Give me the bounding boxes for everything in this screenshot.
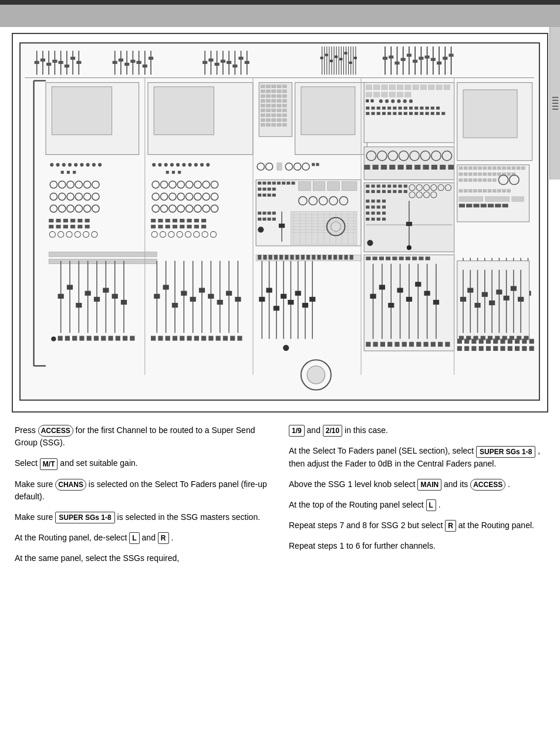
- svg-rect-461: [488, 204, 494, 207]
- svg-rect-505: [529, 346, 534, 351]
- svg-point-369: [379, 99, 383, 103]
- svg-rect-661: [258, 212, 261, 215]
- svg-point-107: [92, 163, 96, 167]
- svg-rect-131: [56, 219, 60, 222]
- svg-rect-576: [373, 256, 377, 260]
- svg-rect-271: [223, 336, 228, 340]
- svg-rect-506: [364, 147, 454, 180]
- svg-rect-602: [373, 342, 378, 347]
- svg-rect-364: [389, 92, 395, 97]
- svg-rect-292: [272, 99, 276, 102]
- svg-rect-297: [272, 104, 276, 107]
- svg-rect-401: [431, 112, 434, 115]
- svg-rect-527: [366, 185, 369, 188]
- svg-rect-222: [187, 219, 191, 222]
- text-after-main: .: [505, 479, 510, 489]
- main-key: MAIN: [417, 479, 441, 491]
- svg-rect-165: [121, 300, 127, 305]
- svg-rect-449: [488, 190, 491, 192]
- svg-rect-665: [258, 218, 261, 221]
- svg-rect-30: [149, 57, 153, 60]
- svg-rect-366: [405, 92, 411, 97]
- svg-rect-593: [370, 294, 376, 299]
- svg-rect-395: [399, 112, 402, 115]
- svg-rect-429: [497, 173, 501, 175]
- svg-rect-169: [72, 336, 77, 340]
- svg-rect-568: [371, 218, 375, 221]
- svg-rect-409: [468, 167, 472, 170]
- svg-rect-83: [389, 56, 393, 59]
- svg-rect-354: [397, 85, 403, 90]
- svg-rect-324: [277, 163, 282, 170]
- svg-rect-69: [354, 57, 357, 59]
- svg-rect-68: [349, 62, 352, 64]
- svg-rect-524: [440, 165, 446, 170]
- svg-rect-457: [459, 204, 465, 207]
- svg-rect-85: [401, 58, 406, 61]
- svg-rect-341: [281, 294, 286, 299]
- svg-rect-435: [468, 178, 472, 181]
- svg-rect-422: [464, 173, 467, 175]
- svg-rect-417: [507, 167, 511, 170]
- svg-rect-133: [70, 219, 75, 222]
- svg-rect-708: [518, 297, 524, 302]
- svg-rect-380: [393, 107, 396, 110]
- svg-rect-368: [370, 99, 373, 102]
- svg-rect-394: [393, 112, 396, 115]
- svg-rect-357: [420, 85, 426, 90]
- svg-point-189: [206, 163, 210, 167]
- svg-rect-391: [377, 112, 380, 115]
- svg-rect-459: [473, 204, 479, 207]
- svg-rect-263: [166, 336, 170, 340]
- mt-key: M/T: [40, 458, 58, 470]
- super-sgs-key-2: SUPER SGs 1-8: [476, 446, 535, 458]
- svg-rect-42: [221, 60, 225, 63]
- svg-rect-577: [379, 256, 384, 260]
- svg-rect-411: [478, 167, 482, 170]
- svg-rect-367: [366, 99, 369, 102]
- svg-rect-289: [282, 94, 286, 97]
- svg-rect-639: [286, 181, 290, 184]
- svg-rect-229: [180, 225, 184, 228]
- svg-rect-273: [237, 336, 242, 340]
- main-content: Press ACCESS for the first Channel to be…: [0, 33, 560, 584]
- svg-rect-515: [364, 165, 370, 170]
- svg-point-181: [158, 163, 161, 167]
- para-mt: Select M/T and set suitable gain.: [15, 457, 271, 469]
- svg-rect-355: [405, 85, 411, 90]
- svg-rect-637: [277, 181, 281, 184]
- svg-rect-300: [261, 109, 265, 112]
- svg-rect-256: [199, 288, 205, 293]
- svg-rect-223: [194, 219, 199, 222]
- svg-rect-643: [328, 181, 339, 190]
- svg-rect-92: [443, 57, 447, 60]
- svg-rect-450: [492, 190, 496, 192]
- text-mid-deselect: and: [140, 533, 158, 542]
- svg-rect-522: [423, 165, 429, 170]
- svg-rect-633: [258, 181, 261, 184]
- svg-rect-329: [316, 163, 319, 166]
- svg-rect-251: [154, 294, 160, 299]
- svg-point-105: [80, 163, 83, 167]
- svg-rect-622: [301, 255, 305, 259]
- svg-rect-90: [431, 58, 436, 61]
- svg-rect-635: [268, 181, 271, 184]
- svg-rect-597: [406, 297, 412, 302]
- svg-rect-168: [65, 336, 70, 340]
- svg-rect-255: [190, 297, 196, 302]
- svg-rect-26: [124, 63, 129, 66]
- svg-rect-377: [377, 107, 380, 110]
- svg-rect-497: [471, 346, 476, 351]
- svg-rect-533: [399, 185, 402, 188]
- svg-rect-294: [282, 99, 286, 102]
- svg-point-186: [188, 163, 191, 167]
- svg-rect-605: [394, 342, 399, 347]
- text-mid-and: and: [305, 425, 323, 435]
- svg-rect-87: [413, 60, 417, 63]
- svg-rect-714: [495, 336, 500, 340]
- svg-rect-283: [277, 90, 281, 93]
- key-19: 1/9: [289, 425, 305, 437]
- svg-rect-191: [172, 171, 175, 174]
- svg-rect-536: [371, 190, 375, 193]
- svg-rect-520: [406, 165, 412, 170]
